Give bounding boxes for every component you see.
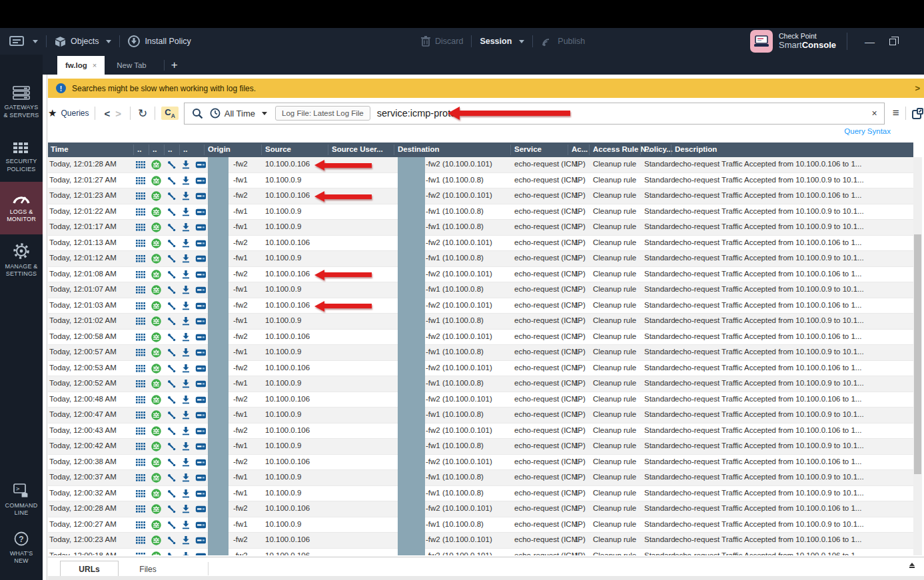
connection-icon[interactable] bbox=[166, 254, 177, 264]
connection-icon[interactable] bbox=[166, 473, 177, 483]
connection-icon[interactable] bbox=[166, 332, 177, 342]
app-menu-button[interactable] bbox=[9, 36, 38, 47]
download-icon[interactable] bbox=[181, 489, 191, 499]
download-icon[interactable] bbox=[181, 160, 191, 170]
card-icon[interactable] bbox=[195, 504, 206, 514]
connection-icon[interactable] bbox=[166, 551, 177, 556]
firewall-log-icon[interactable] bbox=[151, 457, 161, 467]
firewall-log-icon[interactable] bbox=[151, 332, 161, 342]
card-icon[interactable] bbox=[195, 489, 206, 499]
card-icon[interactable] bbox=[195, 301, 206, 311]
column-header-icon4[interactable]: .. bbox=[183, 145, 187, 153]
tab-close-icon[interactable]: × bbox=[93, 61, 97, 69]
grid-icon[interactable] bbox=[135, 348, 146, 358]
download-icon[interactable] bbox=[181, 535, 191, 545]
download-icon[interactable] bbox=[181, 176, 191, 186]
grid-icon[interactable] bbox=[135, 535, 146, 545]
download-icon[interactable] bbox=[181, 285, 191, 295]
download-icon[interactable] bbox=[181, 379, 191, 389]
firewall-log-icon[interactable] bbox=[151, 191, 161, 201]
log-row[interactable]: Today, 12:01:23 AM -fw2 10.100.0.106 -fw… bbox=[48, 188, 913, 204]
column-header-time[interactable]: Time bbox=[51, 145, 69, 153]
column-header-icon1[interactable]: .. bbox=[137, 145, 141, 153]
grid-icon[interactable] bbox=[135, 160, 146, 170]
log-file-chip[interactable]: Log File: Latest Log File bbox=[275, 106, 370, 121]
column-header-source-user[interactable]: Source User... bbox=[332, 145, 383, 153]
log-row[interactable]: Today, 12:00:37 AM -fw1 10.100.0.9 -fw1 … bbox=[48, 470, 913, 486]
card-icon[interactable] bbox=[195, 473, 206, 483]
connection-icon[interactable] bbox=[166, 238, 177, 248]
scrollbar-thumb[interactable] bbox=[914, 234, 921, 474]
log-row[interactable]: Today, 12:00:47 AM -fw1 10.100.0.9 -fw1 … bbox=[48, 408, 913, 424]
connection-icon[interactable] bbox=[166, 457, 177, 467]
log-row[interactable]: Today, 12:00:27 AM -fw1 10.100.0.9 -fw1 … bbox=[48, 517, 913, 533]
grid-icon[interactable] bbox=[135, 551, 146, 556]
log-row[interactable]: Today, 12:00:32 AM -fw1 10.100.0.9 -fw1 … bbox=[48, 486, 913, 502]
download-icon[interactable] bbox=[181, 441, 191, 451]
collapse-panel-button[interactable] bbox=[909, 563, 915, 568]
sidebar-item-command-line[interactable]: > COMMANDLINE bbox=[0, 479, 43, 521]
download-icon[interactable] bbox=[181, 332, 191, 342]
connection-icon[interactable] bbox=[166, 441, 177, 451]
grid-icon[interactable] bbox=[135, 176, 146, 186]
card-icon[interactable] bbox=[195, 535, 206, 545]
grid-icon[interactable] bbox=[135, 191, 146, 201]
open-in-window-icon[interactable] bbox=[912, 108, 923, 119]
sidebar-item-whats-new[interactable]: ? WHAT'SNEW bbox=[0, 529, 43, 567]
log-row[interactable]: Today, 12:00:43 AM -fw2 10.100.0.106 -fw… bbox=[48, 424, 913, 439]
firewall-log-icon[interactable] bbox=[151, 489, 161, 499]
download-icon[interactable] bbox=[181, 254, 191, 264]
grid-icon[interactable] bbox=[135, 395, 146, 405]
firewall-log-icon[interactable] bbox=[151, 301, 161, 311]
refresh-button[interactable]: ↻ bbox=[137, 107, 149, 121]
grid-icon[interactable] bbox=[135, 457, 146, 467]
column-header-destination[interactable]: Destination bbox=[398, 145, 440, 153]
tab-files[interactable]: Files bbox=[119, 561, 177, 577]
minimize-button[interactable]: — bbox=[865, 36, 875, 47]
card-icon[interactable] bbox=[195, 238, 206, 248]
log-row[interactable]: Today, 12:00:53 AM -fw2 10.100.0.106 -fw… bbox=[48, 361, 913, 377]
firewall-log-icon[interactable] bbox=[151, 270, 161, 280]
auto-refresh-toggle[interactable]: CA bbox=[161, 107, 179, 121]
download-icon[interactable] bbox=[181, 520, 191, 530]
card-icon[interactable] bbox=[195, 395, 206, 405]
grid-icon[interactable] bbox=[135, 316, 146, 326]
download-icon[interactable] bbox=[181, 348, 191, 358]
log-row[interactable]: Today, 12:00:57 AM -fw1 10.100.0.9 -fw1 … bbox=[48, 345, 913, 361]
firewall-log-icon[interactable] bbox=[151, 348, 161, 358]
firewall-log-icon[interactable] bbox=[151, 520, 161, 530]
grid-icon[interactable] bbox=[135, 520, 146, 530]
firewall-log-icon[interactable] bbox=[151, 410, 161, 420]
log-row[interactable]: Today, 12:01:03 AM -fw2 10.100.0.106 -fw… bbox=[48, 298, 913, 314]
log-row[interactable]: Today, 12:01:07 AM -fw1 10.100.0.9 -fw1 … bbox=[48, 282, 913, 298]
grid-icon[interactable] bbox=[135, 222, 146, 232]
column-header-action[interactable]: Ac... bbox=[572, 145, 588, 153]
download-icon[interactable] bbox=[181, 551, 191, 556]
grid-icon[interactable] bbox=[135, 285, 146, 295]
objects-button[interactable]: Objects bbox=[55, 36, 111, 47]
log-row[interactable]: Today, 12:01:12 AM -fw1 10.100.0.9 -fw1 … bbox=[48, 251, 913, 267]
firewall-log-icon[interactable] bbox=[151, 535, 161, 545]
log-row[interactable]: Today, 12:01:27 AM -fw1 10.100.0.9 -fw1 … bbox=[48, 173, 913, 189]
download-icon[interactable] bbox=[181, 457, 191, 467]
card-icon[interactable] bbox=[195, 316, 206, 326]
firewall-log-icon[interactable] bbox=[151, 364, 161, 374]
column-header-icon2[interactable]: .. bbox=[153, 145, 157, 153]
connection-icon[interactable] bbox=[166, 176, 177, 186]
connection-icon[interactable] bbox=[166, 316, 177, 326]
card-icon[interactable] bbox=[195, 285, 206, 295]
firewall-log-icon[interactable] bbox=[151, 285, 161, 295]
log-row[interactable]: Today, 12:01:08 AM -fw2 10.100.0.106 -fw… bbox=[48, 267, 913, 283]
restore-button[interactable] bbox=[889, 36, 896, 47]
tab-urls[interactable]: URLs bbox=[60, 561, 119, 577]
grid-icon[interactable] bbox=[135, 301, 146, 311]
log-row[interactable]: Today, 12:00:38 AM -fw2 10.100.0.106 -fw… bbox=[48, 455, 913, 471]
download-icon[interactable] bbox=[181, 473, 191, 483]
card-icon[interactable] bbox=[195, 379, 206, 389]
grid-icon[interactable] bbox=[135, 426, 146, 436]
grid-icon[interactable] bbox=[135, 207, 146, 217]
connection-icon[interactable] bbox=[166, 426, 177, 436]
download-icon[interactable] bbox=[181, 191, 191, 201]
firewall-log-icon[interactable] bbox=[151, 426, 161, 436]
time-filter-dropdown[interactable]: All Time bbox=[210, 108, 267, 119]
